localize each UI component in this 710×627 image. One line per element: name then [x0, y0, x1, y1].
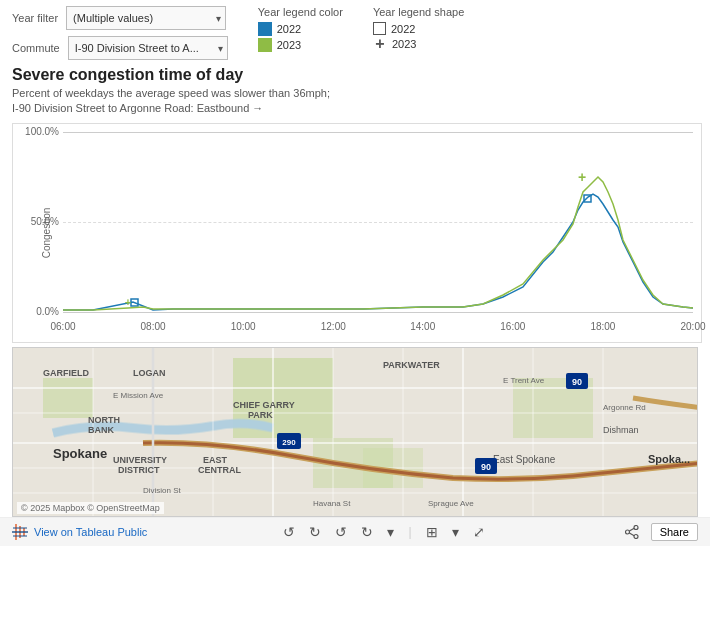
svg-rect-2 — [43, 378, 93, 418]
svg-text:Argonne Rd: Argonne Rd — [603, 403, 646, 412]
legend-shape-2023-label: 2023 — [392, 38, 416, 50]
grid-line-bottom: 0.0% — [63, 312, 693, 313]
legend-shape-2023: + 2023 — [373, 37, 464, 51]
chart-svg: + + — [63, 132, 693, 312]
legend-color-2023-label: 2023 — [277, 39, 301, 51]
fullscreen-button[interactable]: ⤢ — [469, 522, 489, 542]
year-filter-wrapper[interactable]: (Multiple values) — [66, 6, 226, 30]
svg-text:Dishman: Dishman — [603, 425, 639, 435]
y-tick-50: 50.0% — [31, 216, 59, 227]
legend-shape-group: Year legend shape 2022 + 2023 — [373, 6, 464, 51]
x-tick-0600: 06:00 — [50, 321, 75, 332]
chart-plot-area: 100.0% 50.0% 0.0% 06:00 08:00 10:00 12:0… — [63, 132, 693, 312]
legend-color-group: Year legend color 2022 2023 — [258, 6, 343, 52]
chart-subtitle2: I-90 Division Street to Argonne Road: Ea… — [12, 101, 698, 116]
legend-shape-2022-label: 2022 — [391, 23, 415, 35]
x-tick-1400: 14:00 — [410, 321, 435, 332]
share-icon — [625, 525, 639, 539]
svg-point-56 — [625, 530, 629, 534]
svg-text:90: 90 — [481, 462, 491, 472]
filters-column: Year filter (Multiple values) Commute I-… — [12, 6, 228, 60]
svg-rect-51 — [12, 531, 28, 533]
svg-text:PARK: PARK — [248, 410, 273, 420]
y-tick-0: 0.0% — [36, 306, 59, 317]
marker-2023-08: + — [125, 296, 131, 308]
device-dropdown[interactable]: ▾ — [448, 522, 463, 542]
share-button[interactable]: Share — [651, 523, 698, 541]
x-tick-1600: 16:00 — [500, 321, 525, 332]
share-icon-button[interactable] — [621, 523, 643, 541]
svg-text:Division St: Division St — [143, 486, 182, 495]
commute-wrapper[interactable]: I-90 Division Street to A... — [68, 36, 228, 60]
svg-rect-0 — [13, 348, 698, 517]
chart-title: Severe congestion time of day — [12, 66, 698, 84]
svg-line-57 — [629, 528, 634, 531]
legend-shape-title: Year legend shape — [373, 6, 464, 18]
map-section: Spokane Spoka... East Spokane GARFIELD L… — [12, 347, 698, 517]
footer: View on Tableau Public ↺ ↻ ↺ ↻ ▾ | ⊞ ▾ ⤢… — [0, 517, 710, 546]
color-box-2023 — [258, 38, 272, 52]
svg-text:CHIEF GARRY: CHIEF GARRY — [233, 400, 295, 410]
svg-text:BANK: BANK — [88, 425, 114, 435]
svg-text:E Mission Ave: E Mission Ave — [113, 391, 164, 400]
map-attribution: © 2025 Mapbox © OpenStreetMap — [17, 502, 164, 514]
svg-text:90: 90 — [572, 377, 582, 387]
forward-button[interactable]: ↻ — [357, 522, 377, 542]
legend-color-2022: 2022 — [258, 22, 343, 36]
svg-text:Havana St: Havana St — [313, 499, 351, 508]
shape-box-2022 — [373, 22, 386, 35]
legend-shape-2022: 2022 — [373, 22, 464, 35]
svg-text:Spokane: Spokane — [53, 446, 107, 461]
svg-text:290: 290 — [282, 438, 296, 447]
x-tick-1200: 12:00 — [321, 321, 346, 332]
footer-center: ↺ ↻ ↺ ↻ ▾ | ⊞ ▾ ⤢ — [279, 522, 488, 542]
shape-box-2023: + — [373, 37, 387, 51]
svg-text:EAST: EAST — [203, 455, 228, 465]
commute-select[interactable]: I-90 Division Street to A... — [68, 36, 228, 60]
x-tick-1000: 10:00 — [231, 321, 256, 332]
svg-line-58 — [629, 533, 634, 536]
svg-text:NORTH: NORTH — [88, 415, 120, 425]
tableau-public-link[interactable]: View on Tableau Public — [34, 526, 147, 538]
line-2022 — [63, 194, 693, 310]
legend-color-title: Year legend color — [258, 6, 343, 18]
map-svg: Spokane Spoka... East Spokane GARFIELD L… — [13, 348, 698, 517]
marker-2023-peak: + — [578, 169, 586, 185]
year-filter-row: Year filter (Multiple values) — [12, 6, 228, 30]
svg-text:LOGAN: LOGAN — [133, 368, 166, 378]
legend-color-2023: 2023 — [258, 38, 343, 52]
x-tick-0800: 08:00 — [141, 321, 166, 332]
year-filter-label: Year filter — [12, 12, 58, 24]
svg-rect-53 — [13, 535, 27, 537]
svg-rect-52 — [13, 527, 27, 529]
dropdown-button[interactable]: ▾ — [383, 522, 398, 542]
svg-text:GARFIELD: GARFIELD — [43, 368, 89, 378]
chart-subtitle1: Percent of weekdays the average speed wa… — [12, 86, 698, 101]
commute-label: Commute — [12, 42, 60, 54]
device-button[interactable]: ⊞ — [422, 522, 442, 542]
svg-text:UNIVERSITY: UNIVERSITY — [113, 455, 167, 465]
x-tick-1800: 18:00 — [590, 321, 615, 332]
y-tick-100: 100.0% — [25, 126, 59, 137]
svg-text:DISTRICT: DISTRICT — [118, 465, 160, 475]
footer-right: Share — [621, 523, 698, 541]
svg-point-55 — [634, 534, 638, 538]
back-button[interactable]: ↺ — [331, 522, 351, 542]
commute-filter-row: Commute I-90 Division Street to A... — [12, 36, 228, 60]
svg-point-54 — [634, 525, 638, 529]
redo-button[interactable]: ↻ — [305, 522, 325, 542]
legend-color-2022-label: 2022 — [277, 23, 301, 35]
svg-text:E Trent Ave: E Trent Ave — [503, 376, 545, 385]
svg-text:Spoka...: Spoka... — [648, 453, 690, 465]
tableau-icon — [12, 524, 28, 540]
svg-text:East Spokane: East Spokane — [493, 454, 556, 465]
top-controls: Year filter (Multiple values) Commute I-… — [0, 0, 710, 60]
chart-container: Congestion 100.0% 50.0% 0.0% 06:00 08:00… — [12, 123, 702, 343]
undo-button[interactable]: ↺ — [279, 522, 299, 542]
year-filter-select[interactable]: (Multiple values) — [66, 6, 226, 30]
footer-left: View on Tableau Public — [12, 524, 147, 540]
svg-text:PARKWATER: PARKWATER — [383, 360, 440, 370]
chart-section: Severe congestion time of day Percent of… — [0, 60, 710, 343]
x-tick-2000: 20:00 — [680, 321, 705, 332]
svg-text:CENTRAL: CENTRAL — [198, 465, 241, 475]
